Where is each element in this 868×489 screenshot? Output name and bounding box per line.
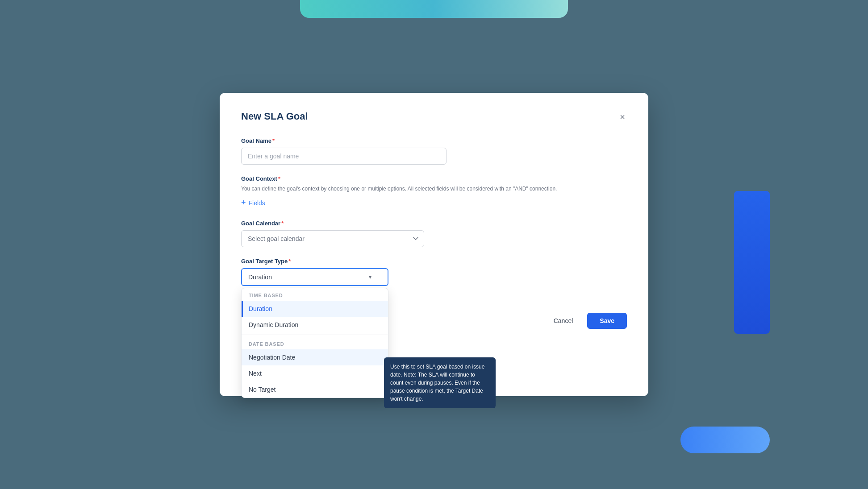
dropdown-item-duration[interactable]: Duration [242, 301, 388, 317]
dropdown-item-next[interactable]: Next [242, 365, 388, 381]
goal-context-group: Goal Context* You can define the goal's … [241, 175, 627, 209]
goal-name-group: Goal Name* [241, 137, 627, 165]
dropdown-selected-value[interactable]: Duration ▾ [241, 268, 388, 286]
modal-dialog: New SLA Goal × Goal Name* Goal Context* … [220, 93, 648, 396]
goal-target-type-label: Goal Target Type* [241, 258, 627, 265]
goal-context-label: Goal Context* [241, 175, 627, 182]
tooltip-box: Use this to set SLA goal based on issue … [384, 357, 496, 408]
goal-name-input[interactable] [241, 148, 447, 165]
modal-header: New SLA Goal × [241, 111, 627, 123]
dropdown-item-dynamic-duration[interactable]: Dynamic Duration [242, 317, 388, 333]
dropdown-item-negotiation-date[interactable]: Negotiation Date [242, 349, 388, 365]
save-button[interactable]: Save [587, 313, 627, 329]
modal-title: New SLA Goal [241, 111, 308, 122]
dropdown-arrow-icon: ▾ [369, 274, 371, 280]
cancel-button[interactable]: Cancel [545, 313, 582, 329]
modal-overlay: New SLA Goal × Goal Name* Goal Context* … [0, 0, 868, 489]
close-button[interactable]: × [618, 111, 627, 123]
goal-calendar-group: Goal Calendar* Select goal calendar [241, 220, 627, 247]
add-fields-button[interactable]: + Fields [241, 196, 265, 209]
goal-calendar-label: Goal Calendar* [241, 220, 627, 227]
dropdown-item-no-target[interactable]: No Target [242, 381, 388, 398]
goal-context-hint: You can define the goal's context by cho… [241, 186, 627, 192]
time-based-group-label: TIME BASED [242, 288, 388, 301]
goal-calendar-select[interactable]: Select goal calendar [241, 230, 424, 247]
goal-target-type-dropdown[interactable]: Duration ▾ TIME BASED Duration Dynamic D… [241, 268, 388, 286]
goal-name-label: Goal Name* [241, 137, 627, 144]
goal-target-type-group: Goal Target Type* Duration ▾ TIME BASED … [241, 258, 627, 286]
dropdown-divider [242, 335, 388, 335]
plus-icon: + [241, 198, 246, 207]
dropdown-menu: TIME BASED Duration Dynamic Duration DAT… [241, 288, 388, 398]
date-based-group-label: DATE BASED [242, 337, 388, 349]
